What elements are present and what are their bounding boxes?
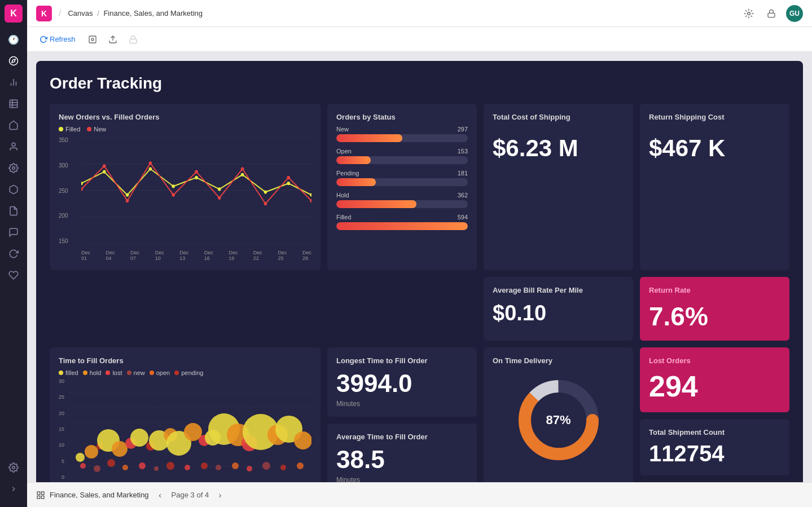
svg-point-35 — [103, 164, 106, 167]
bottombar: Finance, Sales, and Marketing ‹ Page 3 o… — [27, 482, 812, 507]
screenshot-icon[interactable] — [86, 33, 99, 46]
sidebar-item-doc[interactable] — [5, 202, 23, 220]
sidebar-item-gear[interactable] — [5, 159, 23, 177]
lock-icon[interactable] — [763, 6, 779, 21]
export-icon[interactable] — [106, 33, 120, 46]
bubble-chart-area: 302520151050 — [59, 378, 311, 480]
longest-fill-card: Longest Time to Fill Order 3994.0 Minute… — [327, 347, 477, 417]
svg-point-41 — [241, 167, 244, 170]
svg-point-42 — [264, 202, 267, 205]
y-axis: 350300250200150 — [59, 137, 81, 244]
svg-point-30 — [241, 173, 244, 177]
svg-point-72 — [166, 462, 174, 470]
return-shipping-cost-card: Return Shipping Cost $467 K — [640, 104, 789, 270]
toolbar: Refresh — [27, 27, 812, 52]
sidebar: K 🕐 — [0, 0, 27, 507]
svg-point-28 — [195, 176, 198, 179]
avg-bill-rate-card: Average Bill Rate Per Mile $0.10 — [484, 277, 633, 341]
svg-point-11 — [12, 466, 15, 469]
longest-fill-label: Longest Time to Fill Order — [336, 356, 468, 365]
avg-fill-card: Average Time to Fill Order 38.5 Minutes — [327, 424, 477, 482]
svg-point-76 — [232, 462, 239, 469]
orders-by-status-title: Orders by Status — [336, 113, 468, 121]
sidebar-item-message[interactable] — [5, 223, 23, 241]
svg-rect-14 — [89, 36, 96, 43]
sidebar-item-clock[interactable]: 🕐 — [5, 30, 23, 49]
sidebar-item-loop[interactable] — [5, 245, 23, 263]
return-rate-card: Return Rate 7.6% — [640, 277, 789, 341]
svg-point-79 — [280, 465, 286, 470]
svg-point-39 — [195, 170, 198, 174]
svg-point-38 — [172, 193, 175, 197]
longest-fill-unit: Minutes — [336, 400, 468, 408]
sidebar-item-chart[interactable] — [5, 73, 23, 91]
svg-point-25 — [126, 193, 129, 197]
lost-orders-value: 294 — [649, 369, 780, 403]
grid-row-mid: Average Bill Rate Per Mile $0.10 Return … — [50, 277, 789, 341]
svg-point-65 — [294, 431, 311, 449]
breadcrumb-divider: / — [59, 8, 61, 19]
avg-fill-label: Average Time to Fill Order — [336, 433, 468, 441]
svg-point-45 — [76, 453, 85, 462]
sidebar-item-table[interactable] — [5, 95, 23, 113]
time-to-fill-title: Time to Fill Orders — [59, 356, 311, 365]
x-axis: Dec01Dec04Dec07Dec10 Dec13Dec16Dec19Dec2… — [81, 250, 311, 261]
user-avatar[interactable]: GU — [786, 5, 803, 22]
svg-point-36 — [126, 199, 129, 202]
svg-point-24 — [103, 170, 106, 174]
chart-svg-area — [81, 137, 311, 244]
refresh-button[interactable]: Refresh — [36, 33, 79, 46]
svg-point-27 — [172, 184, 175, 188]
avg-fill-value: 38.5 — [336, 446, 468, 474]
total-shipping-cost-card: Total Cost of Shipping $6.23 M — [484, 104, 633, 270]
svg-point-12 — [748, 12, 750, 15]
return-shipping-cost-label: Return Shipping Cost — [649, 113, 780, 121]
svg-rect-5 — [10, 100, 17, 108]
svg-point-78 — [262, 462, 270, 470]
sidebar-logo: K — [5, 5, 23, 23]
grid-icon — [36, 491, 45, 500]
legend-filled-dot — [59, 127, 63, 131]
svg-rect-13 — [768, 13, 775, 17]
svg-point-15 — [91, 38, 94, 41]
lock-toolbar-icon — [126, 33, 140, 46]
status-filled: Filled594 — [336, 214, 468, 230]
sidebar-item-compass[interactable] — [5, 52, 23, 70]
notifications-icon[interactable] — [741, 6, 757, 21]
svg-point-70 — [139, 462, 146, 469]
lost-orders-label: Lost Orders — [649, 356, 780, 365]
fill-time-col: Longest Time to Fill Order 3994.0 Minute… — [327, 347, 477, 482]
svg-rect-84 — [37, 492, 40, 495]
next-page-button[interactable]: › — [213, 488, 227, 502]
sidebar-item-heart[interactable] — [5, 266, 23, 284]
svg-point-51 — [130, 429, 148, 447]
sidebar-item-store[interactable] — [5, 116, 23, 134]
sidebar-item-package[interactable] — [5, 180, 23, 199]
on-time-delivery-label: On Time Delivery — [493, 356, 624, 365]
breadcrumb: Canvas / Finance, Sales, and Marketing — [68, 9, 203, 17]
svg-point-26 — [149, 167, 152, 170]
sidebar-item-person[interactable] — [5, 138, 23, 156]
svg-point-40 — [218, 196, 221, 200]
prev-page-button[interactable]: ‹ — [153, 488, 167, 502]
right-col: Lost Orders 294 Total Shipment Count 112… — [640, 347, 789, 482]
status-bars: New297 Open153 Pending181 Hold362 — [336, 126, 468, 230]
legend-filled: Filled — [59, 126, 80, 133]
status-hold: Hold362 — [336, 192, 468, 208]
svg-point-74 — [201, 462, 208, 469]
svg-point-73 — [185, 465, 190, 470]
expand-icon[interactable] — [5, 480, 23, 498]
legend-new: New — [87, 126, 106, 133]
total-shipping-cost-value: $6.23 M — [493, 135, 624, 162]
page-nav: ‹ Page 3 of 4 › — [153, 488, 227, 502]
tab-label[interactable]: Finance, Sales, and Marketing — [50, 491, 149, 499]
return-rate-value: 7.6% — [649, 301, 780, 332]
status-new: New297 — [336, 126, 468, 142]
svg-point-37 — [149, 161, 152, 165]
total-shipping-cost-label: Total Cost of Shipping — [493, 113, 624, 121]
topbar: K / Canvas / Finance, Sales, and Marketi… — [27, 0, 812, 27]
sidebar-item-settings[interactable] — [5, 458, 23, 477]
status-open: Open153 — [336, 148, 468, 164]
bubble-chart-svg — [69, 378, 311, 480]
svg-rect-85 — [41, 492, 44, 495]
